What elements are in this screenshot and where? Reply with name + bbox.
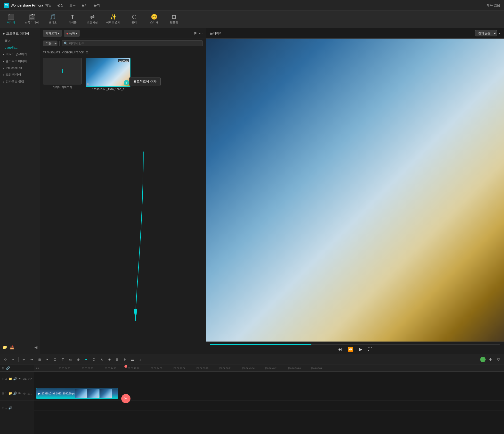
player-quality: 전체 품질 ▾ bbox=[475, 30, 500, 37]
tl-more-btn[interactable]: » bbox=[137, 356, 144, 363]
toolbar-audio[interactable]: 🎵 오디오 bbox=[46, 14, 59, 24]
tl-audio-strip-btn[interactable]: ▬ bbox=[129, 356, 136, 363]
menu-tools[interactable]: 도구 bbox=[69, 3, 76, 8]
clip-label: 1739010-hd_1920_1080:30fps bbox=[42, 392, 75, 395]
sidebar-section-media-share[interactable]: ▸ 미디어 공유하기 bbox=[0, 51, 40, 58]
tl-box-btn[interactable]: ▭ bbox=[67, 356, 74, 363]
track1-playhead: ✂ bbox=[126, 379, 126, 400]
timeline-clip-video[interactable]: ▶ 1739010-hd_1920_1080:30fps bbox=[36, 388, 118, 399]
menu-file[interactable]: 파일 bbox=[45, 3, 51, 8]
filter-icon-btn[interactable]: ⚑ bbox=[194, 31, 197, 36]
tl-clock-btn[interactable]: ⏱ bbox=[90, 356, 97, 363]
tl-color-btn[interactable]: ◈ bbox=[106, 356, 113, 363]
sidebar-label-share: 미디어 공유하기 bbox=[6, 52, 27, 56]
tl-redo-btn[interactable]: ↪ bbox=[28, 356, 35, 363]
video-add-button[interactable]: + bbox=[124, 80, 129, 85]
sidebar-section-project-media[interactable]: ▾ 프로젝트 미디어 bbox=[0, 30, 40, 37]
sidebar-section-influence[interactable]: ▸ Influence Kit bbox=[0, 65, 40, 71]
tl-crop-btn[interactable]: ⊡ bbox=[52, 356, 58, 363]
tl-delete-btn[interactable]: 🗑 bbox=[36, 356, 43, 363]
player-progress-bar[interactable] bbox=[210, 344, 500, 345]
track2-eye-icon[interactable]: 👁 bbox=[18, 377, 21, 381]
tl-adjust-btn[interactable]: ⊟ bbox=[114, 356, 121, 363]
quality-select[interactable]: 전체 품질 bbox=[475, 30, 497, 37]
title-icon: T bbox=[71, 14, 74, 20]
search-divider bbox=[59, 41, 60, 46]
video-media-label: 1739010-hd_1920_1080_3 bbox=[92, 88, 124, 91]
tl-magic-btn[interactable]: ✦ bbox=[83, 356, 90, 363]
clip-play-icon: ▶ bbox=[38, 392, 40, 395]
tl-green-dot[interactable] bbox=[480, 357, 486, 362]
export-icon[interactable]: 📤 bbox=[10, 345, 15, 350]
player-screen bbox=[206, 39, 504, 342]
track2-folder-icon[interactable]: 📁 bbox=[8, 377, 12, 381]
menu-edit[interactable]: 편집 bbox=[57, 3, 63, 8]
add-track-icon[interactable]: ⊞ bbox=[2, 366, 5, 370]
record-button[interactable]: ● 녹화 ▾ bbox=[64, 30, 80, 37]
tl-ripple-btn[interactable]: ✂ bbox=[10, 356, 17, 363]
toolbar-effect[interactable]: ✨ 이펙트 효과 bbox=[106, 14, 120, 24]
video-thumb[interactable]: 00:00:20 ⊞ + bbox=[86, 58, 130, 87]
ruler-mark-10: 00:00:48:11 bbox=[265, 367, 288, 369]
add-media-item[interactable]: + 미디어 가져오기 bbox=[43, 58, 82, 89]
toolbar-filter[interactable]: ⬡ 필터 bbox=[128, 14, 140, 24]
track1-folder-icon[interactable]: 📁 bbox=[8, 391, 12, 395]
sidebar-label-folder: 폴더 bbox=[5, 39, 11, 43]
tl-motion-btn[interactable]: ⊕ bbox=[75, 356, 82, 363]
ruler-mark-5: 00:00:24:05 bbox=[150, 367, 173, 369]
media-toolbar: 가져오기 ▾ ● 녹화 ▾ ⚑ ⋯ bbox=[40, 28, 206, 39]
player-label: 플레이어 bbox=[210, 31, 222, 36]
timeline-ruler: :00 00:00:04:25 00:00:09:20 00:00:14:15 … bbox=[34, 365, 504, 372]
video-media-item[interactable]: 00:00:20 ⊞ + 1739010-hd_1920_1080_3 프로젝트… bbox=[86, 58, 130, 91]
media-items: + 미디어 가져오기 00:00:20 ⊞ + 1739010-hd_1920_… bbox=[43, 58, 203, 91]
toolbar-media[interactable]: ⬛ 미디어 bbox=[5, 14, 17, 24]
sidebar-section-adjust[interactable]: ▸ 조정 레이어 bbox=[0, 71, 40, 78]
template-icon: ⊞ bbox=[172, 14, 176, 20]
tl-scissors-btn[interactable]: ✂ bbox=[44, 356, 51, 363]
fullscreen-button[interactable]: ⛶ bbox=[368, 347, 373, 352]
menu-view[interactable]: 보기 bbox=[81, 3, 88, 8]
tl-settings-btn[interactable]: ⚙ bbox=[487, 356, 494, 363]
play-button[interactable]: ▶ bbox=[359, 347, 362, 352]
tl-shield-btn[interactable]: 🛡 bbox=[495, 356, 502, 363]
collapse-sidebar-icon[interactable]: ◀ bbox=[35, 345, 37, 350]
track2-audio-icon[interactable]: 🔊 bbox=[13, 377, 17, 381]
top-bar-left: W Wondershare Filmora 파일 편집 도구 보기 문의 bbox=[4, 3, 100, 8]
tl-undo-btn[interactable]: ↩ bbox=[21, 356, 27, 363]
toolbar-template[interactable]: ⊞ 템플릿 bbox=[168, 14, 180, 24]
tl-select-btn[interactable]: ⊹ bbox=[2, 356, 9, 363]
track1-eye-icon[interactable]: 👁 bbox=[18, 391, 21, 395]
clip-frames bbox=[75, 389, 112, 398]
timeline-left-header: ⊞ 🔗 bbox=[0, 365, 34, 372]
add-media-thumb[interactable]: + bbox=[43, 58, 82, 84]
view-select[interactable]: 기본 bbox=[43, 41, 57, 46]
sidebar-item-translate[interactable]: transdla... bbox=[0, 44, 40, 51]
sidebar-section-compound[interactable]: ▸ 컴파운드 클립 bbox=[0, 78, 40, 85]
track2-stack-icon: ⊞ bbox=[2, 377, 4, 381]
toolbar-effect-label: 이펙트 효과 bbox=[106, 21, 120, 24]
toolbar-title[interactable]: T 타이틀 bbox=[66, 14, 79, 24]
step-back-button[interactable]: ⏪ bbox=[348, 347, 353, 352]
tl-expand-btn[interactable]: ⤡ bbox=[98, 356, 105, 363]
add-media-label: 미디어 가져오기 bbox=[53, 85, 72, 89]
track-label-video0: ⊞ 1 🔊 bbox=[0, 401, 34, 415]
link-icon[interactable]: 🔗 bbox=[6, 366, 10, 370]
tl-text-btn[interactable]: T bbox=[59, 356, 66, 363]
track0-audio-icon[interactable]: 🔊 bbox=[8, 406, 12, 410]
tl-split-btn[interactable]: ⊩ bbox=[122, 356, 128, 363]
toolbar-sticker[interactable]: 😊 스티커 bbox=[148, 14, 160, 24]
rewind-button[interactable]: ⏮ bbox=[338, 347, 342, 352]
track1-audio-icon[interactable]: 🔊 bbox=[13, 391, 17, 395]
playhead-scissors-btn[interactable]: ✂ bbox=[121, 394, 130, 403]
new-folder-icon[interactable]: 📁 bbox=[2, 345, 7, 350]
sidebar-label-project: 프로젝트 미디어 bbox=[6, 32, 29, 36]
menu-help[interactable]: 문의 bbox=[94, 3, 100, 8]
search-input[interactable] bbox=[69, 42, 201, 45]
sidebar-item-folder[interactable]: 폴더 bbox=[0, 37, 40, 44]
import-button[interactable]: 가져오기 ▾ bbox=[43, 30, 62, 37]
toolbar-transition[interactable]: ⇄ 트랜지션 bbox=[86, 14, 99, 24]
clip-frame-3 bbox=[100, 389, 112, 398]
toolbar-stock[interactable]: 🎬 스톡 미디어 bbox=[25, 14, 39, 24]
more-icon-btn[interactable]: ⋯ bbox=[199, 31, 203, 36]
sidebar-section-cloud[interactable]: ▸ 클라우드 미디어 bbox=[0, 58, 40, 65]
